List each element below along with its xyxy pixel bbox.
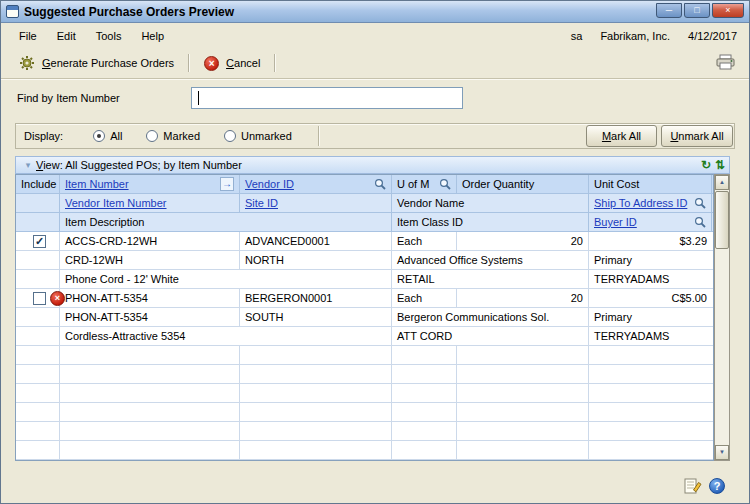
cell-unit-cost[interactable]: C$5.00 [589, 289, 712, 307]
vendor-item-number-link[interactable]: Vendor Item Number [65, 197, 167, 209]
strip-separator [318, 126, 320, 146]
cell-vendor-id[interactable]: ADVANCED0001 [240, 232, 392, 250]
scroll-up-button[interactable]: ▲ [715, 175, 729, 190]
vertical-scrollbar[interactable]: ▲ ▼ [714, 174, 730, 461]
site-id-link[interactable]: Site ID [245, 197, 278, 209]
vendor-id-lookup-icon[interactable] [374, 178, 386, 190]
radio-all-circle[interactable] [93, 130, 105, 142]
close-button[interactable]: × [712, 3, 744, 18]
cell-item-class-id[interactable]: ATT CORD [392, 327, 589, 345]
cell-site-id[interactable]: NORTH [240, 251, 392, 269]
cell-vendor-name[interactable]: Advanced Office Systems [392, 251, 589, 269]
cell-buyer-id[interactable]: TERRYADAMS [589, 327, 712, 345]
radio-unmarked[interactable]: Unmarked [224, 130, 292, 142]
radio-marked[interactable]: Marked [146, 130, 200, 142]
record-1-detail-row-1: CRD-12WH NORTH Advanced Office Systems P… [16, 251, 713, 270]
cell-vendor-item-number[interactable]: CRD-12WH [60, 251, 240, 269]
cell-order-quantity[interactable]: 20 [457, 232, 589, 250]
cell-uofm[interactable]: Each [392, 232, 457, 250]
view-bar: ▾ View: All Suggested POs; by Item Numbe… [15, 156, 730, 174]
company-name[interactable]: Fabrikam, Inc. [600, 30, 670, 42]
generate-po-label: Generate Purchase Orders [42, 57, 174, 69]
cell-blank [16, 308, 60, 326]
ship-to-address-link[interactable]: Ship To Address ID [594, 197, 687, 209]
cell-include: ✓ × [16, 289, 60, 307]
cell-ship-to-address[interactable]: Primary [589, 251, 712, 269]
header-ship-to-address: Ship To Address ID [589, 194, 712, 212]
menu-bar: File Edit Tools Help sa Fabrikam, Inc. 4… [1, 24, 749, 48]
radio-marked-label: Marked [163, 130, 200, 142]
menu-edit[interactable]: Edit [47, 26, 86, 46]
empty-row [16, 346, 713, 365]
radio-all[interactable]: All [93, 130, 122, 142]
empty-row [16, 365, 713, 384]
cell-order-quantity[interactable]: 20 [457, 289, 589, 307]
cell-item-description[interactable]: Cordless-Attractive 5354 [60, 327, 392, 345]
cell-unit-cost[interactable]: $3.29 [589, 232, 712, 250]
cell-ship-to-address[interactable]: Primary [589, 308, 712, 326]
record-2-detail-row-1: PHON-ATT-5354 SOUTH Bergeron Communicati… [16, 308, 713, 327]
view-dropdown-icon[interactable]: ▾ [20, 160, 36, 170]
vendor-id-link[interactable]: Vendor ID [245, 178, 294, 190]
maximize-button[interactable]: □ [684, 3, 710, 18]
record-1-main-row: ✓ × ACCS-CRD-12WH ADVANCED0001 Each 20 $… [16, 232, 713, 251]
generate-po-button[interactable]: Generate Purchase Orders [13, 52, 180, 74]
header-order-quantity: Order Quantity [457, 175, 589, 193]
cancel-icon: × [204, 56, 219, 71]
unmark-all-button[interactable]: Unmark All [661, 125, 733, 147]
uofm-lookup-icon[interactable] [439, 178, 451, 190]
item-number-sort-link[interactable]: Item Number [65, 178, 129, 190]
cell-uofm[interactable]: Each [392, 289, 457, 307]
view-label[interactable]: View: All Suggested POs; by Item Number [36, 159, 242, 171]
empty-row [16, 422, 713, 441]
radio-unmarked-circle[interactable] [224, 130, 236, 142]
find-by-item-input[interactable] [191, 87, 463, 109]
cell-vendor-id[interactable]: BERGERON0001 [240, 289, 392, 307]
cell-site-id[interactable]: SOUTH [240, 308, 392, 326]
text-caret [198, 91, 199, 105]
cell-item-class-id[interactable]: RETAIL [392, 270, 589, 288]
display-label: Display: [24, 130, 63, 142]
suggested-po-preview-window: Suggested Purchase Orders Preview ─ □ × … [0, 0, 750, 504]
minimize-button[interactable]: ─ [656, 3, 682, 18]
system-date[interactable]: 4/12/2017 [688, 30, 737, 42]
scrollbar-track[interactable] [715, 250, 729, 445]
user-id[interactable]: sa [571, 30, 583, 42]
sort-arrow-icon[interactable]: → [220, 177, 234, 191]
header-uofm: U of M [392, 175, 457, 193]
header-include: Include [16, 175, 60, 193]
header-buyer-id: Buyer ID [589, 213, 712, 231]
cell-vendor-name[interactable]: Bergeron Communications Sol. [392, 308, 589, 326]
record-2-detail-row-2: Cordless-Attractive 5354 ATT CORD TERRYA… [16, 327, 713, 346]
cell-buyer-id[interactable]: TERRYADAMS [589, 270, 712, 288]
refresh-icon[interactable]: ↻ [701, 158, 711, 173]
cancel-label: Cancel [226, 57, 260, 69]
buyer-id-lookup-icon[interactable] [694, 216, 706, 228]
scrollbar-thumb[interactable] [715, 191, 729, 249]
menu-help[interactable]: Help [131, 26, 174, 46]
sort-updown-icon[interactable]: ⇅ [715, 158, 725, 173]
menu-tools[interactable]: Tools [86, 26, 132, 46]
print-button[interactable] [714, 52, 737, 74]
notes-button[interactable] [684, 477, 702, 495]
buyer-id-link[interactable]: Buyer ID [594, 216, 637, 228]
header-item-number: Item Number → [60, 175, 240, 193]
include-checkbox[interactable]: ✓ [33, 292, 46, 305]
cell-vendor-item-number[interactable]: PHON-ATT-5354 [60, 308, 240, 326]
include-checkbox[interactable]: ✓ [33, 235, 46, 248]
header-vendor-id: Vendor ID [240, 175, 392, 193]
cell-blank [16, 270, 60, 288]
scroll-down-button[interactable]: ▼ [715, 445, 729, 460]
toolbar-separator [274, 54, 276, 72]
mark-all-button[interactable]: Mark All [586, 125, 657, 147]
cell-item-number[interactable]: PHON-ATT-5354 [60, 289, 240, 307]
header-row-1: Include Item Number → Vendor ID U of M O… [16, 175, 713, 194]
notes-icon [684, 477, 702, 495]
cell-item-number[interactable]: ACCS-CRD-12WH [60, 232, 240, 250]
ship-to-lookup-icon[interactable] [694, 197, 706, 209]
menu-file[interactable]: File [9, 26, 47, 46]
cancel-button[interactable]: × Cancel [198, 53, 266, 74]
help-button[interactable]: ? [709, 478, 725, 494]
cell-item-description[interactable]: Phone Cord - 12' White [60, 270, 392, 288]
radio-marked-circle[interactable] [146, 130, 158, 142]
